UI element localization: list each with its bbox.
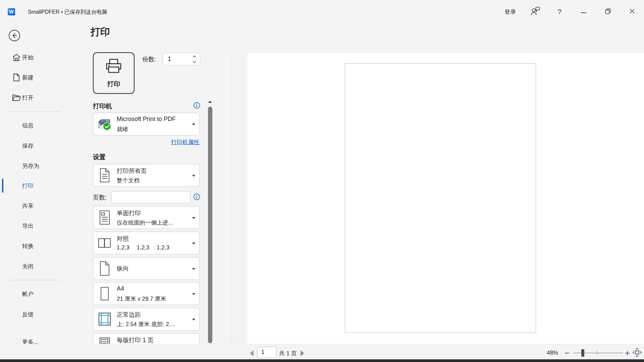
pages-info-icon[interactable] xyxy=(193,193,200,200)
fit-to-page-icon xyxy=(633,348,642,358)
stepper-up-icon[interactable] xyxy=(191,54,197,59)
feedback-button[interactable] xyxy=(528,4,543,19)
zoom-percentage[interactable]: 48% xyxy=(547,350,558,356)
window-title: SmallPDFER • 已保存到这台电脑 xyxy=(28,9,107,16)
dropdown-title: 对照 xyxy=(117,235,129,243)
chevron-down-icon xyxy=(192,240,196,246)
screen-bottom-edge xyxy=(0,359,644,362)
dropdown-subtitle: 上: 2.54 厘米 底部: 2.... xyxy=(117,320,175,328)
preview-page xyxy=(345,63,536,333)
sidebar-item-label: 帐户 xyxy=(22,290,34,298)
zoom-out-button[interactable] xyxy=(563,349,571,357)
dropdown-title: A4 xyxy=(117,285,124,292)
sidebar-item-label: 保存 xyxy=(22,142,34,150)
chevron-down-icon xyxy=(192,215,196,221)
page-count-label: 共 1 页 xyxy=(279,350,297,357)
dropdown-title: 纵向 xyxy=(117,264,129,273)
pages-label: 页数: xyxy=(93,193,107,201)
word-print-backstage: W SmallPDFER • 已保存到这台电脑 登录 ? xyxy=(0,0,644,362)
sidebar-item-label: 转换 xyxy=(22,242,34,250)
printer-status: 就绪 xyxy=(117,125,128,133)
printer-properties-link[interactable]: 打印机属性 xyxy=(93,138,200,146)
minimize-icon xyxy=(581,9,586,15)
sidebar-item-label: 打开 xyxy=(22,94,34,102)
copies-stepper[interactable] xyxy=(163,53,200,65)
restore-button[interactable] xyxy=(600,4,615,19)
open-folder-icon xyxy=(12,94,21,101)
zoom-slider-thumb[interactable] xyxy=(581,349,584,357)
print-button[interactable]: 打印 xyxy=(93,52,135,94)
margins-dropdown[interactable]: 正常边距 上: 2.54 厘米 底部: 2.... xyxy=(93,308,200,330)
dropdown-subtitle: 仅在纸面的一侧上进... xyxy=(117,219,173,227)
sign-in-label: 登录 xyxy=(504,8,516,16)
sidebar-item-home[interactable]: 开始 xyxy=(0,50,72,65)
zoom-in-button[interactable] xyxy=(623,349,631,357)
sidebar-item-label: 反馈 xyxy=(22,311,34,318)
next-page-button[interactable] xyxy=(300,350,305,357)
sidebar-item-label: 信息 xyxy=(22,122,34,129)
chevron-down-icon xyxy=(192,265,196,272)
margins-icon xyxy=(97,312,113,326)
copies-input[interactable] xyxy=(167,54,189,64)
zoom-slider-track[interactable] xyxy=(573,353,623,353)
sidebar-item-feedback[interactable]: 反馈 xyxy=(0,307,72,322)
sidebar-item-transform[interactable]: 转换 xyxy=(0,239,72,253)
fit-to-page-button[interactable] xyxy=(633,349,642,358)
one-sided-print-icon xyxy=(97,210,113,225)
person-feedback-icon xyxy=(531,7,540,17)
print-all-pages-icon xyxy=(97,168,113,183)
copies-label: 份数: xyxy=(142,55,156,63)
chevron-down-icon xyxy=(192,316,196,322)
zoom-slider-center-tick xyxy=(597,351,597,355)
page-title: 打印 xyxy=(91,25,110,39)
print-range-dropdown[interactable]: 打印所有页 整个文档 xyxy=(93,164,200,187)
sign-in-button[interactable]: 登录 xyxy=(502,4,518,19)
sidebar-item-save[interactable]: 保存 xyxy=(0,138,72,153)
sidebar-item-close-doc[interactable]: 关闭 xyxy=(0,259,72,274)
sidebar-item-share[interactable]: 共享 xyxy=(0,198,72,213)
printer-selector-dropdown[interactable]: Microsoft Print to PDF 就绪 xyxy=(93,113,200,135)
pages-input[interactable] xyxy=(111,191,191,203)
sidebar-item-label: 新建 xyxy=(22,74,34,81)
sidebar-item-export[interactable]: 导出 xyxy=(0,219,72,233)
scrollbar-thumb[interactable] xyxy=(208,107,212,343)
printer-info-icon[interactable] xyxy=(193,102,200,109)
home-icon xyxy=(12,54,21,61)
dropdown-title: 打印所有页 xyxy=(117,167,147,175)
help-button[interactable]: ? xyxy=(552,4,567,19)
dropdown-subtitle: 整个文档 xyxy=(117,177,140,184)
panel-separator xyxy=(232,53,232,344)
sidebar-item-save-as[interactable]: 另存为 xyxy=(0,159,72,173)
help-icon: ? xyxy=(557,8,561,16)
collation-dropdown[interactable]: 对照 1,2,3 1,2,3 1,2,3 xyxy=(93,232,200,254)
close-button[interactable] xyxy=(625,4,639,19)
stepper-down-icon[interactable] xyxy=(191,59,197,64)
sidebar-item-open[interactable]: 打开 xyxy=(0,90,72,105)
back-button[interactable] xyxy=(8,29,21,42)
dropdown-subtitle: 21 厘米 x 29.7 厘米 xyxy=(117,295,166,303)
settings-section-heading: 设置 xyxy=(93,153,106,162)
sidebar-divider xyxy=(10,112,60,112)
scrollbar-up-arrow[interactable] xyxy=(206,99,214,105)
paper-size-dropdown[interactable]: A4 21 厘米 x 29.7 厘米 xyxy=(93,282,200,305)
current-page-input[interactable] xyxy=(257,347,276,358)
print-sides-dropdown[interactable]: 单面打印 仅在纸面的一侧上进... xyxy=(93,206,200,229)
sidebar-item-label: 导出 xyxy=(22,222,34,230)
minimize-button[interactable] xyxy=(576,4,591,19)
collated-pages-icon xyxy=(97,237,113,249)
sidebar-item-account[interactable]: 帐户 xyxy=(0,287,72,301)
portrait-orientation-icon xyxy=(97,261,113,276)
printer-name: Microsoft Print to PDF xyxy=(117,116,176,123)
sidebar-item-new[interactable]: 新建 xyxy=(0,70,72,85)
sidebar-item-label: 关闭 xyxy=(22,263,34,270)
dropdown-title: 每版打印 1 页 xyxy=(117,336,154,344)
restore-icon xyxy=(605,8,611,15)
sidebar-item-print[interactable]: 打印 xyxy=(0,178,72,193)
orientation-dropdown[interactable]: 纵向 xyxy=(93,257,200,280)
chevron-down-icon xyxy=(192,291,196,297)
previous-page-button[interactable] xyxy=(249,350,254,357)
sidebar-item-info[interactable]: 信息 xyxy=(0,118,72,133)
sidebar-item-label: 另存为 xyxy=(22,162,39,170)
dropdown-title: 单面打印 xyxy=(117,209,141,217)
sidebar-divider xyxy=(10,280,60,280)
